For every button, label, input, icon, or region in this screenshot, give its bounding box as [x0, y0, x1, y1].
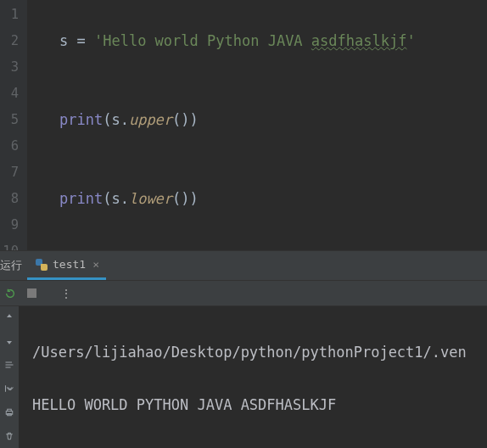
variable: s — [59, 32, 68, 49]
run-tab-test1[interactable]: test1 × — [27, 251, 106, 280]
more-actions-icon[interactable]: ⋮ — [60, 287, 73, 300]
line-number: 9 — [0, 212, 19, 238]
builtin: print — [59, 111, 103, 128]
close-icon[interactable]: × — [91, 258, 99, 271]
code-editor[interactable]: 1 2 3 4 5 6 7 8 9 10 s = 'Hello world Py… — [0, 0, 487, 250]
line-number: 1 — [0, 2, 19, 28]
line-number: 5 — [0, 107, 19, 133]
line-number: 10 — [0, 238, 19, 250]
scroll-to-end-icon[interactable] — [3, 383, 15, 395]
print-icon[interactable] — [3, 406, 15, 418]
line-number-gutter: 1 2 3 4 5 6 7 8 9 10 — [0, 0, 27, 250]
run-tool-window-label[interactable]: 运行 — [0, 251, 27, 280]
line-number: 8 — [0, 186, 19, 212]
console-line: /Users/lijiahao/Desktop/python/pythonPro… — [32, 339, 467, 366]
rerun-icon[interactable] — [3, 287, 17, 300]
delete-icon[interactable] — [3, 430, 15, 442]
string-literal: ' — [406, 32, 415, 49]
line-number: 2 — [0, 28, 19, 54]
punct: ()) — [172, 111, 199, 128]
string-literal-typo: asdfhaslkjf — [311, 32, 407, 49]
console-line: hello world python java asdfhaslkjf — [32, 445, 467, 448]
run-console: /Users/lijiahao/Desktop/python/pythonPro… — [0, 306, 487, 448]
code-content[interactable]: s = 'Hello world Python JAVA asdfhaslkjf… — [27, 0, 416, 250]
code-line[interactable]: s = 'Hello world Python JAVA asdfhaslkjf… — [59, 28, 416, 54]
string-literal: 'Hello world Python JAVA — [94, 32, 311, 49]
code-line[interactable]: print(s.lower()) — [59, 186, 416, 212]
operator: = — [68, 32, 94, 49]
svg-rect-1 — [8, 409, 12, 411]
run-tab-label: test1 — [53, 258, 86, 271]
run-toolbar: ⋮ — [0, 281, 487, 306]
line-number: 3 — [0, 54, 19, 81]
line-number: 4 — [0, 81, 19, 107]
python-file-icon — [36, 259, 48, 271]
line-number: 6 — [0, 133, 19, 160]
line-number: 7 — [0, 160, 19, 186]
up-arrow-icon[interactable] — [3, 311, 15, 323]
run-tab-bar: 运行 test1 × — [0, 250, 487, 281]
console-action-gutter — [0, 306, 19, 448]
punct: (s. — [103, 111, 129, 128]
console-line: HELLO WORLD PYTHON JAVA ASDFHASLKJF — [32, 392, 467, 418]
code-line[interactable]: print(s.upper()) — [59, 107, 416, 133]
method: lower — [129, 190, 172, 207]
method: upper — [129, 111, 172, 128]
builtin: print — [59, 190, 103, 207]
down-arrow-icon[interactable] — [3, 335, 15, 347]
console-output[interactable]: /Users/lijiahao/Desktop/python/pythonPro… — [19, 306, 467, 448]
punct: (s. — [103, 190, 129, 207]
soft-wrap-icon[interactable] — [3, 359, 15, 371]
punct: ()) — [172, 190, 199, 207]
stop-icon[interactable] — [27, 288, 36, 298]
